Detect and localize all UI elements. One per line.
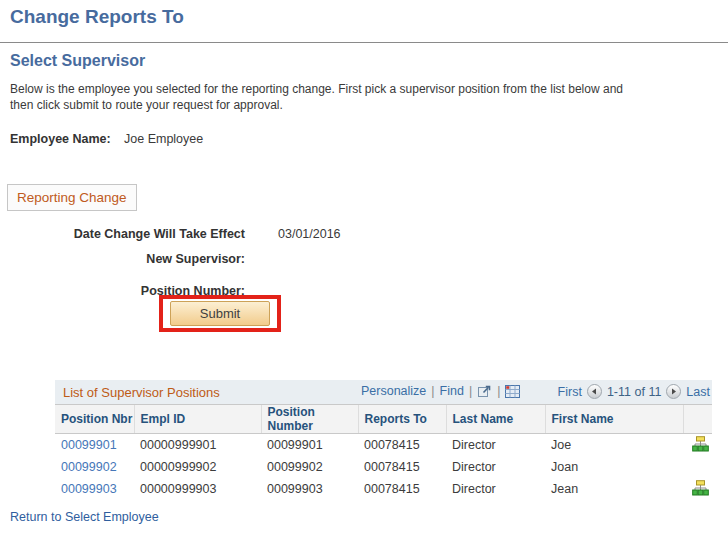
section-title: Select Supervisor [10,52,145,70]
last-name-cell: Director [446,456,545,478]
grid-header-bar: List of Supervisor Positions Personalize… [55,380,712,404]
empl-id-cell: 00000999903 [134,478,261,500]
reports-to-cell: 00078415 [358,456,446,478]
position-number-cell: 00099903 [261,478,358,500]
grid-pagination: First 1-11 of 11 Last [558,384,710,399]
reports-to-cell: 00078415 [358,434,446,457]
toolbar-separator: | [469,384,472,398]
position-nbr-link[interactable]: 00099902 [61,460,117,474]
column-header-empl-id: Empl ID [134,405,261,434]
last-name-cell: Director [446,478,545,500]
submit-button[interactable]: Submit [170,301,270,326]
description-line1: Below is the employee you selected for t… [10,82,623,96]
last-page-link[interactable]: Last [686,385,710,399]
personalize-link[interactable]: Personalize [361,384,426,398]
next-page-icon[interactable] [666,384,681,399]
column-header-position-nbr: Position Nbr [55,405,134,434]
position-number-cell: 00099901 [261,434,358,457]
page-range-label: 1-11 of 11 [607,385,661,399]
new-supervisor-label: New Supervisor: [55,252,245,266]
position-nbr-link[interactable]: 00099901 [61,438,117,452]
page-title: Change Reports To [10,6,184,28]
header-divider [0,42,728,43]
employee-name-value: Joe Employee [124,132,203,146]
table-row: 00099902 00000999902 00099902 00078415 D… [55,456,712,478]
table-header-row: Position Nbr Empl ID Position Number Rep… [55,405,712,434]
toolbar-separator: | [431,384,434,398]
position-nbr-link[interactable]: 00099903 [61,482,117,496]
grid-toolbar: Personalize | Find | | [361,384,520,398]
column-header-last-name: Last Name [446,405,545,434]
column-header-reports-to: Reports To [358,405,446,434]
column-header-first-name: First Name [545,405,683,434]
table-row: 00099903 00000999903 00099903 00078415 D… [55,478,712,500]
supervisor-positions-grid: List of Supervisor Positions Personalize… [55,380,712,500]
date-effect-label: Date Change Will Take Effect [55,227,245,241]
table-row: 00099901 00000999901 00099901 00078415 D… [55,434,712,457]
grid-title: List of Supervisor Positions [63,385,220,400]
description-line2: then click submit to route your request … [10,98,283,112]
employee-name-label: Employee Name: [10,132,111,146]
description: Below is the employee you selected for t… [10,81,623,113]
previous-page-icon[interactable] [587,384,602,399]
download-spreadsheet-icon[interactable] [505,385,520,398]
supervisor-positions-table: Position Nbr Empl ID Position Number Rep… [55,404,712,500]
return-to-select-employee-link[interactable]: Return to Select Employee [10,510,159,524]
first-name-cell: Joe [545,434,683,457]
first-page-link[interactable]: First [558,385,582,399]
empl-id-cell: 00000999901 [134,434,261,457]
org-chart-icon[interactable] [692,485,709,499]
submit-highlight-box: Submit [159,295,281,332]
first-name-cell: Jean [545,478,683,500]
date-effect-value: 03/01/2016 [278,227,341,241]
org-chart-icon[interactable] [692,441,709,455]
find-link[interactable]: Find [440,384,464,398]
column-header-position-number: Position Number [261,405,358,434]
tab-reporting-change[interactable]: Reporting Change [7,184,137,211]
position-number-cell: 00099902 [261,456,358,478]
view-all-popout-icon[interactable] [477,384,492,398]
column-header-org-chart [683,405,712,434]
reports-to-cell: 00078415 [358,478,446,500]
toolbar-separator: | [497,384,500,398]
last-name-cell: Director [446,434,545,457]
empl-id-cell: 00000999902 [134,456,261,478]
first-name-cell: Joan [545,456,683,478]
page: Change Reports To Select Supervisor Belo… [0,0,728,546]
